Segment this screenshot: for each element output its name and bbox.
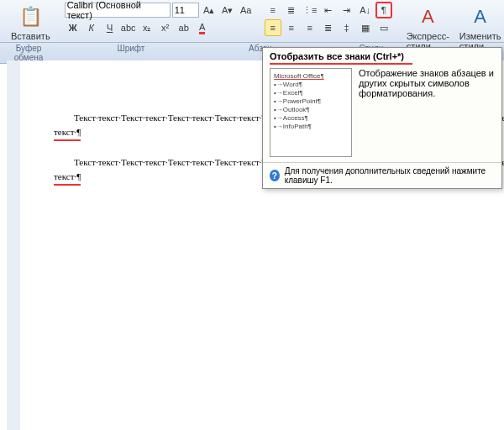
align-center-icon[interactable]: ≡ bbox=[283, 19, 300, 36]
numbering-icon[interactable]: ≣ bbox=[283, 2, 300, 18]
tooltip-show-all-marks: Отобразить все знаки (Ctrl+*) Microsoft·… bbox=[262, 47, 502, 189]
align-left-icon[interactable]: ≡ bbox=[265, 19, 281, 36]
strike-icon[interactable]: abc bbox=[120, 19, 137, 36]
tooltip-title: Отобразить все знаки (Ctrl+*) bbox=[263, 48, 501, 63]
paste-button[interactable]: 📋 Вставить bbox=[7, 2, 55, 43]
bullets-icon[interactable]: ≡ bbox=[265, 2, 281, 18]
info-icon: ? bbox=[270, 170, 280, 181]
highlight-icon[interactable]: ab bbox=[176, 19, 192, 36]
paste-icon: 📋 bbox=[17, 3, 44, 30]
group-font: Calibri (Основной текст) 11 A▴ A▾ Aa Ж К… bbox=[61, 2, 258, 36]
indent-inc-icon[interactable]: ⇥ bbox=[339, 2, 355, 18]
clear-format-icon[interactable]: Aa bbox=[238, 2, 255, 18]
tooltip-description: Отображение знаков абзацев и других скры… bbox=[359, 68, 495, 157]
grow-font-icon[interactable]: A▴ bbox=[201, 2, 218, 18]
paste-label: Вставить bbox=[11, 31, 50, 41]
tooltip-underline bbox=[270, 63, 412, 65]
quick-styles-button[interactable]: A Экспресс-стили bbox=[402, 2, 454, 53]
font-name-combo[interactable]: Calibri (Основной текст) bbox=[65, 3, 171, 18]
bold-icon[interactable]: Ж bbox=[65, 19, 81, 36]
italic-icon[interactable]: К bbox=[83, 19, 100, 36]
sort-icon[interactable]: A↓ bbox=[357, 2, 374, 18]
borders-icon[interactable]: ▭ bbox=[375, 19, 392, 36]
line-spacing-icon[interactable]: ‡ bbox=[339, 19, 355, 36]
indent-dec-icon[interactable]: ⇤ bbox=[320, 2, 337, 18]
underline-icon[interactable]: Ч bbox=[102, 19, 118, 36]
change-styles-button[interactable]: A Изменить стили bbox=[455, 2, 504, 53]
justify-icon[interactable]: ≣ bbox=[320, 19, 337, 36]
show-paragraph-marks-button[interactable]: ¶ bbox=[375, 2, 392, 18]
group-label-clipboard: Буфер обмена bbox=[3, 44, 54, 62]
multilevel-icon[interactable]: ⋮≡ bbox=[302, 2, 318, 18]
shading-icon[interactable]: ▦ bbox=[357, 19, 374, 36]
group-paragraph: ≡ ≣ ⋮≡ ⇤ ⇥ A↓ ¶ ≡ ≡ ≡ ≣ ‡ ▦ ▭ bbox=[261, 2, 396, 36]
group-clipboard: 📋 Вставить bbox=[3, 2, 58, 43]
group-label-font: Шрифт bbox=[54, 44, 208, 62]
font-size-combo[interactable]: 11 bbox=[172, 3, 199, 18]
vertical-ruler[interactable] bbox=[7, 60, 21, 430]
shrink-font-icon[interactable]: A▾ bbox=[219, 2, 236, 18]
font-color-icon[interactable]: A bbox=[194, 19, 211, 36]
subscript-icon[interactable]: x₂ bbox=[139, 19, 155, 36]
tooltip-footer: Для получения дополнительных сведений на… bbox=[285, 166, 495, 185]
superscript-icon[interactable]: x² bbox=[157, 19, 174, 36]
change-styles-icon: A bbox=[467, 3, 494, 30]
align-right-icon[interactable]: ≡ bbox=[302, 19, 318, 36]
group-styles: A Экспресс-стили A Изменить стили bbox=[399, 2, 504, 53]
quick-styles-icon: A bbox=[414, 3, 441, 30]
tooltip-thumbnail: Microsoft·Office¶•→Word¶•→Excel¶•→PowerP… bbox=[270, 68, 352, 157]
